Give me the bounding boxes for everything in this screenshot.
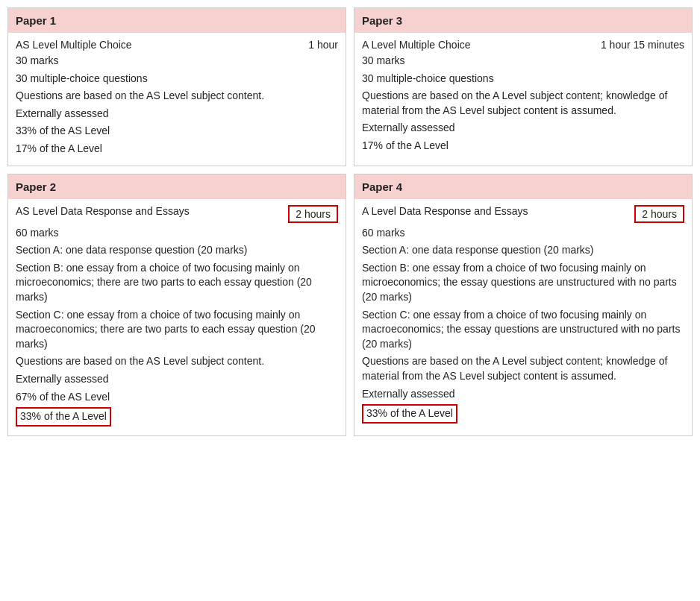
paper3-percent1: 17% of the A Level <box>362 139 684 154</box>
paper1-duration: 1 hour <box>308 39 338 51</box>
card-paper4: Paper 4A Level Data Response and Essays2… <box>354 174 693 436</box>
paper4-marks: 60 marks <box>362 226 684 241</box>
paper4-detail2: Section B: one essay from a choice of tw… <box>362 261 684 305</box>
paper4-body: A Level Data Response and Essays2 hours6… <box>354 199 692 432</box>
paper1-body: AS Level Multiple Choice1 hour30 marks30… <box>8 33 346 166</box>
paper3-duration: 1 hour 15 minutes <box>601 39 684 51</box>
paper1-detail1: Questions are based on the AS Level subj… <box>16 89 338 104</box>
paper3-marks: 30 marks <box>362 54 684 69</box>
paper3-header: Paper 3 <box>354 8 692 33</box>
paper2-title-row: AS Level Data Response and Essays2 hours <box>16 205 338 223</box>
paper4-duration: 2 hours <box>634 205 684 223</box>
paper1-externally-assessed: Externally assessed <box>16 107 338 122</box>
paper2-detail4: Questions are based on the AS Level subj… <box>16 354 338 369</box>
paper2-subject: AS Level Data Response and Essays <box>16 205 190 217</box>
paper4-externally-assessed: Externally assessed <box>362 387 684 402</box>
paper3-externally-assessed: Externally assessed <box>362 121 684 136</box>
paper2-detail1: Section A: one data response question (2… <box>16 243 338 258</box>
paper2-percent1: 67% of the AS Level <box>16 390 338 405</box>
card-paper2: Paper 2AS Level Data Response and Essays… <box>7 174 346 436</box>
paper1-title-row: AS Level Multiple Choice1 hour <box>16 39 338 51</box>
paper3-detail1: Questions are based on the A Level subje… <box>362 89 684 118</box>
paper1-marks: 30 marks <box>16 54 338 69</box>
paper1-header: Paper 1 <box>8 8 346 33</box>
paper2-percent2: 33% of the A Level <box>16 407 338 427</box>
paper3-questions: 30 multiple-choice questions <box>362 72 684 86</box>
paper4-title-row: A Level Data Response and Essays2 hours <box>362 205 684 223</box>
paper4-detail3: Section C: one essay from a choice of tw… <box>362 308 684 352</box>
paper1-questions: 30 multiple-choice questions <box>16 72 338 86</box>
paper4-detail4: Questions are based on the A Level subje… <box>362 354 684 383</box>
paper4-percent2: 33% of the A Level <box>362 404 684 424</box>
card-paper1: Paper 1AS Level Multiple Choice1 hour30 … <box>7 7 346 166</box>
paper2-body: AS Level Data Response and Essays2 hours… <box>8 199 346 435</box>
paper4-header: Paper 4 <box>354 174 692 199</box>
paper2-detail3: Section C: one essay from a choice of tw… <box>16 308 338 352</box>
paper2-detail2: Section B: one essay from a choice of tw… <box>16 261 338 305</box>
paper3-title-row: A Level Multiple Choice1 hour 15 minutes <box>362 39 684 51</box>
paper1-percent2: 17% of the A Level <box>16 142 338 157</box>
paper2-header: Paper 2 <box>8 174 346 199</box>
paper4-subject: A Level Data Response and Essays <box>362 205 528 217</box>
paper4-detail1: Section A: one data response question (2… <box>362 243 684 258</box>
paper1-subject: AS Level Multiple Choice <box>16 39 132 51</box>
paper3-subject: A Level Multiple Choice <box>362 39 471 51</box>
paper1-percent1: 33% of the AS Level <box>16 124 338 139</box>
paper2-externally-assessed: Externally assessed <box>16 372 338 387</box>
papers-grid: Paper 1AS Level Multiple Choice1 hour30 … <box>7 7 693 436</box>
card-paper3: Paper 3A Level Multiple Choice1 hour 15 … <box>354 7 693 166</box>
paper3-body: A Level Multiple Choice1 hour 15 minutes… <box>354 33 692 163</box>
paper2-marks: 60 marks <box>16 226 338 241</box>
paper2-duration: 2 hours <box>288 205 338 223</box>
